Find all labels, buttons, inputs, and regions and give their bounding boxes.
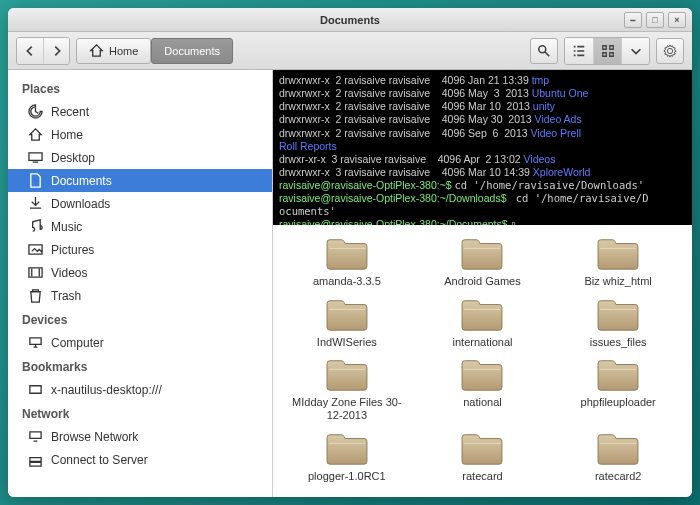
sidebar-item-label: Trash bbox=[51, 289, 81, 303]
sidebar-item-trash[interactable]: Trash bbox=[8, 284, 272, 307]
sidebar-item-label: Documents bbox=[51, 174, 112, 188]
titlebar: Documents ‒ □ × bbox=[8, 8, 692, 32]
folder-item[interactable]: issues_files bbox=[552, 296, 684, 349]
nav-buttons bbox=[16, 37, 70, 65]
sidebar-item-label: Downloads bbox=[51, 197, 110, 211]
toolbar: HomeDocuments bbox=[8, 32, 692, 70]
folder-icon bbox=[594, 296, 642, 334]
sidebar: PlacesRecentHomeDesktopDocumentsDownload… bbox=[8, 70, 273, 497]
recent-icon bbox=[28, 104, 43, 119]
folder-item[interactable]: ratecard2 bbox=[552, 430, 684, 483]
path-bar: HomeDocuments bbox=[76, 38, 233, 64]
folder-icon bbox=[458, 356, 506, 394]
path-label: Documents bbox=[164, 45, 220, 57]
search-button[interactable] bbox=[530, 38, 558, 64]
videos-icon bbox=[28, 265, 43, 280]
sidebar-header: Network bbox=[8, 401, 272, 425]
path-segment-home[interactable]: Home bbox=[76, 38, 151, 64]
sidebar-item-label: Browse Network bbox=[51, 430, 138, 444]
downloads-icon bbox=[28, 196, 43, 211]
sidebar-item-home[interactable]: Home bbox=[8, 123, 272, 146]
folder-item[interactable]: Android Games bbox=[417, 235, 549, 288]
file-grid: amanda-3.3.5 Android Games Biz whiz_html… bbox=[273, 225, 692, 497]
sidebar-item-label: Recent bbox=[51, 105, 89, 119]
folder-label: phpfileuploader bbox=[581, 396, 656, 409]
folder-item[interactable]: MIdday Zone Files 30-12-2013 bbox=[281, 356, 413, 421]
documents-icon bbox=[28, 173, 43, 188]
pictures-icon bbox=[28, 242, 43, 257]
trash-icon bbox=[28, 288, 43, 303]
sidebar-item-downloads[interactable]: Downloads bbox=[8, 192, 272, 215]
home-icon bbox=[28, 127, 43, 142]
folder-item[interactable]: plogger-1.0RC1 bbox=[281, 430, 413, 483]
window-title: Documents bbox=[320, 14, 380, 26]
sidebar-header: Devices bbox=[8, 307, 272, 331]
folder-label: Android Games bbox=[444, 275, 520, 288]
sidebar-item-label: Music bbox=[51, 220, 82, 234]
minimize-button[interactable]: ‒ bbox=[624, 12, 642, 28]
folder-item[interactable]: ratecard bbox=[417, 430, 549, 483]
terminal-panel[interactable]: drwxrwxr-x 2 ravisaive ravisaive 4096 Ja… bbox=[273, 70, 692, 225]
folder-item[interactable]: phpfileuploader bbox=[552, 356, 684, 421]
folder-label: national bbox=[463, 396, 502, 409]
sidebar-item-label: Pictures bbox=[51, 243, 94, 257]
folder-icon bbox=[458, 235, 506, 273]
folder-label: Biz whiz_html bbox=[585, 275, 652, 288]
back-button[interactable] bbox=[17, 38, 43, 64]
sidebar-item-x-nautilus-desktop-[interactable]: x-nautilus-desktop:/// bbox=[8, 378, 272, 401]
folder-item[interactable]: IndWISeries bbox=[281, 296, 413, 349]
bookmark-icon bbox=[28, 382, 43, 397]
window-controls: ‒ □ × bbox=[624, 12, 686, 28]
computer-icon bbox=[28, 335, 43, 350]
sidebar-item-recent[interactable]: Recent bbox=[8, 100, 272, 123]
maximize-button[interactable]: □ bbox=[646, 12, 664, 28]
folder-icon bbox=[458, 296, 506, 334]
grid-view-button[interactable] bbox=[593, 38, 621, 64]
folder-icon bbox=[594, 430, 642, 468]
sidebar-item-documents[interactable]: Documents bbox=[8, 169, 272, 192]
sidebar-item-label: Desktop bbox=[51, 151, 95, 165]
sidebar-item-music[interactable]: Music bbox=[8, 215, 272, 238]
sidebar-item-pictures[interactable]: Pictures bbox=[8, 238, 272, 261]
list-view-button[interactable] bbox=[565, 38, 593, 64]
folder-label: amanda-3.3.5 bbox=[313, 275, 381, 288]
forward-button[interactable] bbox=[43, 38, 69, 64]
sidebar-item-browse-network[interactable]: Browse Network bbox=[8, 425, 272, 448]
folder-label: issues_files bbox=[590, 336, 647, 349]
folder-icon bbox=[323, 296, 371, 334]
sidebar-item-label: Computer bbox=[51, 336, 104, 350]
sidebar-item-label: x-nautilus-desktop:/// bbox=[51, 383, 162, 397]
folder-label: ratecard2 bbox=[595, 470, 641, 483]
file-manager-window: Documents ‒ □ × HomeDocuments PlacesRece… bbox=[8, 8, 692, 497]
sidebar-item-desktop[interactable]: Desktop bbox=[8, 146, 272, 169]
folder-item[interactable]: national bbox=[417, 356, 549, 421]
folder-icon bbox=[323, 356, 371, 394]
settings-button[interactable] bbox=[656, 38, 684, 64]
path-label: Home bbox=[109, 45, 138, 57]
sidebar-header: Places bbox=[8, 76, 272, 100]
sidebar-item-connect-to-server[interactable]: Connect to Server bbox=[8, 448, 272, 471]
desktop-icon bbox=[28, 150, 43, 165]
sidebar-item-computer[interactable]: Computer bbox=[8, 331, 272, 354]
close-button[interactable]: × bbox=[668, 12, 686, 28]
folder-label: plogger-1.0RC1 bbox=[308, 470, 386, 483]
folder-icon bbox=[594, 235, 642, 273]
folder-icon bbox=[323, 430, 371, 468]
folder-icon bbox=[323, 235, 371, 273]
main-body: PlacesRecentHomeDesktopDocumentsDownload… bbox=[8, 70, 692, 497]
sidebar-item-label: Connect to Server bbox=[51, 453, 148, 467]
sidebar-item-label: Home bbox=[51, 128, 83, 142]
sidebar-item-label: Videos bbox=[51, 266, 87, 280]
home-icon bbox=[89, 43, 104, 58]
folder-item[interactable]: Biz whiz_html bbox=[552, 235, 684, 288]
view-options-button[interactable] bbox=[621, 38, 649, 64]
browse-icon bbox=[28, 429, 43, 444]
folder-item[interactable]: amanda-3.3.5 bbox=[281, 235, 413, 288]
path-segment-documents[interactable]: Documents bbox=[151, 38, 233, 64]
folder-label: MIdday Zone Files 30-12-2013 bbox=[287, 396, 407, 421]
folder-item[interactable]: international bbox=[417, 296, 549, 349]
sidebar-item-videos[interactable]: Videos bbox=[8, 261, 272, 284]
folder-label: international bbox=[453, 336, 513, 349]
folder-label: ratecard bbox=[462, 470, 502, 483]
folder-label: IndWISeries bbox=[317, 336, 377, 349]
